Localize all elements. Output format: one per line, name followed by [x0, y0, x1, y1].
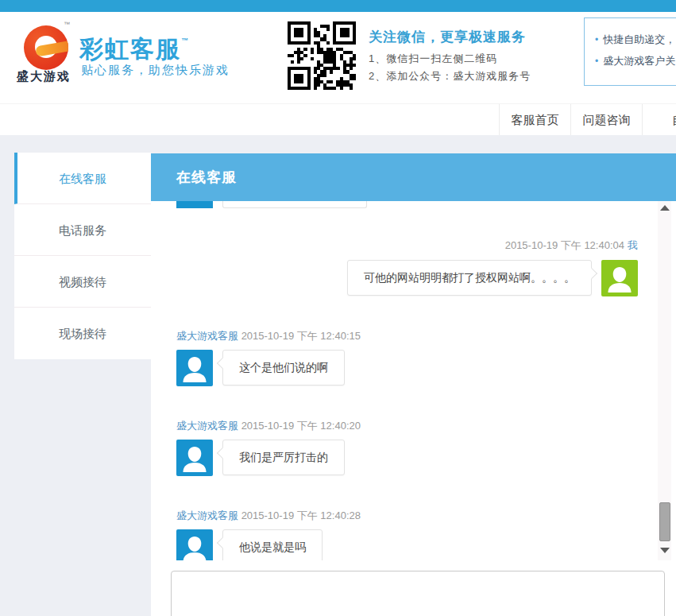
sender-name: 盛大游戏客服	[176, 420, 238, 432]
person-icon	[176, 529, 213, 560]
message-bubble: 可他的网站明明都打了授权网站啊。。。。	[347, 260, 592, 296]
message-bubble: 这个是他们说的啊	[222, 350, 345, 385]
top-accent-bar	[0, 0, 676, 12]
scrollbar-down-icon[interactable]	[660, 548, 670, 553]
qr-code-icon	[288, 21, 356, 90]
agent-avatar	[176, 350, 213, 386]
logo-trademark: ™	[64, 21, 70, 28]
bubble-pointer	[586, 268, 597, 279]
scrollbar-up-icon[interactable]	[660, 205, 670, 211]
quick-links-box: •快捷自助递交， •盛大游戏客户关	[584, 17, 676, 86]
sidebar-item-phone-service[interactable]: 电话服务	[14, 204, 151, 256]
message-timestamp: 2015-10-19 下午 12:40:20	[241, 420, 361, 432]
message-timestamp: 2015-10-19 下午 12:40:28	[241, 509, 361, 521]
nav-item-questions[interactable]: 问题咨询	[570, 104, 642, 135]
page: ™ 盛大游戏 彩虹客服™ 贴心服务，助您快乐游戏 关注微信，更享极速服务 1、微…	[0, 0, 676, 616]
panel-title: 在线客服	[151, 153, 676, 201]
quick-link-1[interactable]: •快捷自助递交，	[595, 33, 676, 47]
message-text: 可他的网站明明都打了授权网站啊。。。。	[364, 271, 575, 284]
service-sidebar: 在线客服 电话服务 视频接待 现场接待	[14, 153, 151, 359]
quick-link-2[interactable]: •盛大游戏客户关	[595, 54, 676, 68]
message-bubble: 他说是就是吗	[222, 529, 323, 560]
message-header: 盛大游戏客服 2015-10-19 下午 12:40:20	[176, 419, 638, 433]
bubble-pointer	[217, 358, 228, 369]
chat-message-user: 2015-10-19 下午 12:40:04我 可他的网站明明都打了授权网站啊。…	[176, 238, 638, 296]
bullet-icon: •	[595, 34, 598, 45]
sidebar-item-online-service[interactable]: 在线客服	[14, 153, 151, 204]
person-icon	[601, 260, 638, 296]
shanda-logo-icon[interactable]	[24, 25, 68, 70]
chat-message-agent: 盛大游戏客服 2015-10-19 下午 12:40:20 我们是严厉打击的	[176, 419, 638, 476]
user-avatar	[601, 260, 638, 296]
message-header: 2015-10-19 下午 12:40:04我	[176, 238, 638, 253]
agent-avatar	[176, 201, 213, 208]
wechat-step-2: 2、添加公众号：盛大游戏服务号	[369, 68, 531, 85]
chat-input[interactable]	[171, 571, 665, 616]
brand-trademark: ™	[181, 37, 190, 45]
chat-message-agent: 盛大游戏客服 2015-10-19 下午 12:40:28 他说是就是吗	[176, 509, 638, 560]
agent-avatar	[176, 440, 213, 476]
chat-panel: 在线客服 2015-10-19 下午 12:40:04我 可他的网站明明都打了授…	[151, 153, 676, 616]
sidebar-item-onsite-reception[interactable]: 现场接待	[14, 308, 151, 359]
sender-name: 盛大游戏客服	[176, 330, 238, 342]
bubble-pointer	[217, 537, 228, 548]
wechat-promo-title: 关注微信，更享极速服务	[369, 28, 526, 46]
message-text: 他说是就是吗	[239, 540, 306, 553]
brand-slogan: 贴心服务，助您快乐游戏	[81, 63, 230, 78]
agent-avatar	[176, 529, 213, 560]
sender-me-label: 我	[628, 239, 638, 251]
company-name: 盛大游戏	[17, 69, 71, 84]
message-text: 这个是他们说的啊	[239, 361, 328, 374]
message-timestamp: 2015-10-19 下午 12:40:04	[505, 239, 624, 251]
sender-name: 盛大游戏客服	[176, 509, 238, 521]
wechat-qr-code	[288, 21, 356, 90]
wechat-promo-steps: 1、微信扫一扫左侧二维码 2、添加公众号：盛大游戏服务号	[369, 50, 531, 85]
nav-item-clipped[interactable]: 自	[642, 104, 676, 135]
message-text: 我们是严厉打击的	[239, 451, 328, 463]
nav-item-home[interactable]: 客服首页	[499, 104, 570, 135]
brand-title: 彩虹客服™	[79, 33, 190, 66]
chat-message-list: 2015-10-19 下午 12:40:04我 可他的网站明明都打了授权网站啊。…	[151, 201, 676, 560]
main-nav: 客服首页 问题咨询 自	[0, 103, 676, 135]
scrollbar-thumb[interactable]	[659, 502, 670, 541]
sidebar-item-video-reception[interactable]: 视频接待	[14, 256, 151, 308]
message-header: 盛大游戏客服 2015-10-19 下午 12:40:28	[176, 509, 638, 523]
message-bubble: 我们是严厉打击的	[222, 440, 345, 475]
clipped-message	[176, 201, 638, 208]
bubble-pointer	[217, 447, 228, 459]
message-bubble	[222, 201, 367, 208]
wechat-step-1: 1、微信扫一扫左侧二维码	[369, 50, 531, 68]
site-header: ™ 盛大游戏 彩虹客服™ 贴心服务，助您快乐游戏 关注微信，更享极速服务 1、微…	[0, 12, 676, 103]
chat-message-agent: 盛大游戏客服 2015-10-19 下午 12:40:15 这个是他们说的啊	[176, 329, 638, 386]
message-header: 盛大游戏客服 2015-10-19 下午 12:40:15	[176, 329, 638, 343]
person-icon	[176, 440, 213, 476]
message-timestamp: 2015-10-19 下午 12:40:15	[241, 330, 361, 342]
person-icon	[176, 350, 213, 386]
bullet-icon: •	[595, 56, 598, 67]
